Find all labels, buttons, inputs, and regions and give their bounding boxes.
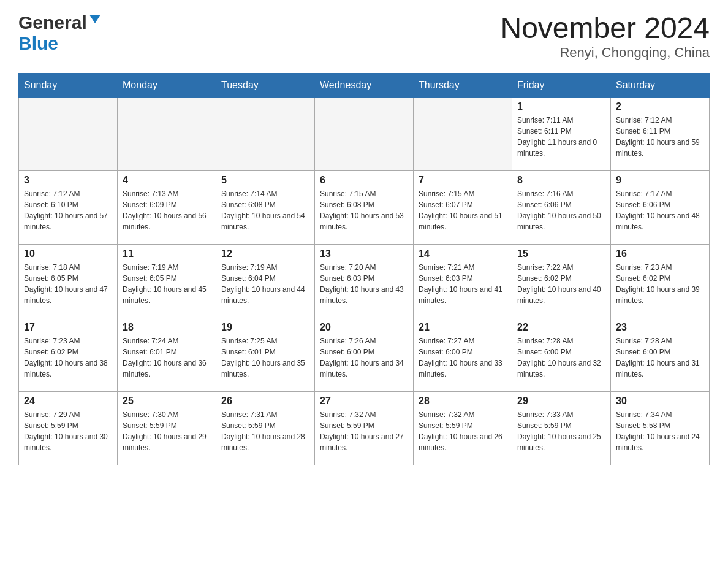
calendar-cell: 6Sunrise: 7:15 AM Sunset: 6:08 PM Daylig… — [315, 170, 414, 244]
calendar-cell: 9Sunrise: 7:17 AM Sunset: 6:06 PM Daylig… — [611, 170, 710, 244]
calendar-cell: 30Sunrise: 7:34 AM Sunset: 5:58 PM Dayli… — [611, 391, 710, 465]
day-number: 11 — [123, 248, 211, 259]
day-info: Sunrise: 7:12 AM Sunset: 6:10 PM Dayligh… — [24, 188, 112, 232]
calendar-cell — [19, 97, 118, 170]
calendar-cell: 24Sunrise: 7:29 AM Sunset: 5:59 PM Dayli… — [19, 391, 118, 465]
calendar-cell: 22Sunrise: 7:28 AM Sunset: 6:00 PM Dayli… — [512, 318, 611, 391]
svg-marker-0 — [89, 15, 100, 23]
calendar-cell: 11Sunrise: 7:19 AM Sunset: 6:05 PM Dayli… — [118, 244, 216, 318]
day-number: 21 — [419, 322, 507, 333]
calendar-cell: 14Sunrise: 7:21 AM Sunset: 6:03 PM Dayli… — [414, 244, 512, 318]
calendar-week-3: 10Sunrise: 7:18 AM Sunset: 6:05 PM Dayli… — [19, 244, 710, 318]
day-info: Sunrise: 7:28 AM Sunset: 6:00 PM Dayligh… — [616, 335, 704, 380]
day-info: Sunrise: 7:33 AM Sunset: 5:59 PM Dayligh… — [517, 409, 605, 453]
day-of-week-saturday: Saturday — [611, 73, 710, 97]
day-of-week-monday: Monday — [118, 73, 216, 97]
day-info: Sunrise: 7:13 AM Sunset: 6:09 PM Dayligh… — [123, 188, 211, 232]
calendar-cell: 16Sunrise: 7:23 AM Sunset: 6:02 PM Dayli… — [611, 244, 710, 318]
logo-arrow-icon — [89, 15, 100, 28]
calendar-cell: 20Sunrise: 7:26 AM Sunset: 6:00 PM Dayli… — [315, 318, 414, 391]
calendar-week-4: 17Sunrise: 7:23 AM Sunset: 6:02 PM Dayli… — [19, 318, 710, 391]
calendar-cell: 18Sunrise: 7:24 AM Sunset: 6:01 PM Dayli… — [118, 318, 216, 391]
day-info: Sunrise: 7:32 AM Sunset: 5:59 PM Dayligh… — [419, 409, 507, 453]
day-number: 6 — [320, 175, 408, 186]
calendar-body: 1Sunrise: 7:11 AM Sunset: 6:11 PM Daylig… — [19, 97, 710, 465]
day-number: 7 — [419, 175, 507, 186]
day-number: 19 — [221, 322, 309, 333]
day-info: Sunrise: 7:19 AM Sunset: 6:05 PM Dayligh… — [123, 262, 211, 306]
calendar-cell: 12Sunrise: 7:19 AM Sunset: 6:04 PM Dayli… — [216, 244, 315, 318]
logo-blue-text: Blue — [18, 33, 58, 53]
days-of-week-row: SundayMondayTuesdayWednesdayThursdayFrid… — [19, 73, 710, 97]
day-number: 18 — [123, 322, 211, 333]
calendar-cell: 7Sunrise: 7:15 AM Sunset: 6:07 PM Daylig… — [414, 170, 512, 244]
calendar-header: SundayMondayTuesdayWednesdayThursdayFrid… — [19, 73, 710, 97]
day-info: Sunrise: 7:23 AM Sunset: 6:02 PM Dayligh… — [24, 335, 112, 380]
day-number: 24 — [24, 396, 112, 407]
calendar-title: November 2024 — [500, 12, 710, 45]
day-number: 13 — [320, 248, 408, 259]
day-number: 9 — [616, 175, 704, 186]
day-of-week-tuesday: Tuesday — [216, 73, 315, 97]
day-number: 17 — [24, 322, 112, 333]
day-info: Sunrise: 7:19 AM Sunset: 6:04 PM Dayligh… — [221, 262, 309, 306]
calendar-cell — [118, 97, 216, 170]
day-number: 12 — [221, 248, 309, 259]
day-number: 27 — [320, 396, 408, 407]
day-number: 28 — [419, 396, 507, 407]
day-info: Sunrise: 7:27 AM Sunset: 6:00 PM Dayligh… — [419, 335, 507, 380]
day-info: Sunrise: 7:15 AM Sunset: 6:08 PM Dayligh… — [320, 188, 408, 232]
calendar-cell: 28Sunrise: 7:32 AM Sunset: 5:59 PM Dayli… — [414, 391, 512, 465]
calendar-cell — [414, 97, 512, 170]
day-info: Sunrise: 7:18 AM Sunset: 6:05 PM Dayligh… — [24, 262, 112, 306]
day-info: Sunrise: 7:14 AM Sunset: 6:08 PM Dayligh… — [221, 188, 309, 232]
day-info: Sunrise: 7:22 AM Sunset: 6:02 PM Dayligh… — [517, 262, 605, 306]
calendar-week-5: 24Sunrise: 7:29 AM Sunset: 5:59 PM Dayli… — [19, 391, 710, 465]
day-number: 10 — [24, 248, 112, 259]
calendar-cell: 4Sunrise: 7:13 AM Sunset: 6:09 PM Daylig… — [118, 170, 216, 244]
calendar-cell: 13Sunrise: 7:20 AM Sunset: 6:03 PM Dayli… — [315, 244, 414, 318]
calendar-cell: 29Sunrise: 7:33 AM Sunset: 5:59 PM Dayli… — [512, 391, 611, 465]
day-number: 22 — [517, 322, 605, 333]
day-info: Sunrise: 7:24 AM Sunset: 6:01 PM Dayligh… — [123, 335, 211, 380]
day-of-week-friday: Friday — [512, 73, 611, 97]
calendar-cell: 15Sunrise: 7:22 AM Sunset: 6:02 PM Dayli… — [512, 244, 611, 318]
calendar-week-1: 1Sunrise: 7:11 AM Sunset: 6:11 PM Daylig… — [19, 97, 710, 170]
day-info: Sunrise: 7:16 AM Sunset: 6:06 PM Dayligh… — [517, 188, 605, 232]
day-number: 29 — [517, 396, 605, 407]
calendar-cell: 2Sunrise: 7:12 AM Sunset: 6:11 PM Daylig… — [611, 97, 710, 170]
day-number: 14 — [419, 248, 507, 259]
logo: General Blue — [18, 12, 100, 54]
day-info: Sunrise: 7:26 AM Sunset: 6:00 PM Dayligh… — [320, 335, 408, 380]
calendar-cell: 5Sunrise: 7:14 AM Sunset: 6:08 PM Daylig… — [216, 170, 315, 244]
calendar-cell: 19Sunrise: 7:25 AM Sunset: 6:01 PM Dayli… — [216, 318, 315, 391]
calendar-cell: 26Sunrise: 7:31 AM Sunset: 5:59 PM Dayli… — [216, 391, 315, 465]
logo-general-text: General — [18, 12, 87, 33]
day-number: 8 — [517, 175, 605, 186]
day-info: Sunrise: 7:32 AM Sunset: 5:59 PM Dayligh… — [320, 409, 408, 453]
day-number: 5 — [221, 175, 309, 186]
title-section: November 2024 Renyi, Chongqing, China — [500, 12, 710, 61]
day-info: Sunrise: 7:21 AM Sunset: 6:03 PM Dayligh… — [419, 262, 507, 306]
day-number: 30 — [616, 396, 704, 407]
day-number: 16 — [616, 248, 704, 259]
calendar-cell — [315, 97, 414, 170]
calendar-cell: 27Sunrise: 7:32 AM Sunset: 5:59 PM Dayli… — [315, 391, 414, 465]
day-info: Sunrise: 7:34 AM Sunset: 5:58 PM Dayligh… — [616, 409, 704, 453]
day-info: Sunrise: 7:29 AM Sunset: 5:59 PM Dayligh… — [24, 409, 112, 453]
day-info: Sunrise: 7:17 AM Sunset: 6:06 PM Dayligh… — [616, 188, 704, 232]
day-info: Sunrise: 7:11 AM Sunset: 6:11 PM Dayligh… — [517, 115, 605, 159]
day-info: Sunrise: 7:25 AM Sunset: 6:01 PM Dayligh… — [221, 335, 309, 380]
calendar-cell: 3Sunrise: 7:12 AM Sunset: 6:10 PM Daylig… — [19, 170, 118, 244]
day-number: 20 — [320, 322, 408, 333]
day-info: Sunrise: 7:31 AM Sunset: 5:59 PM Dayligh… — [221, 409, 309, 453]
day-number: 4 — [123, 175, 211, 186]
calendar-cell — [216, 97, 315, 170]
page-header: General Blue November 2024 Renyi, Chongq… — [18, 12, 710, 61]
calendar-subtitle: Renyi, Chongqing, China — [500, 45, 710, 61]
day-of-week-wednesday: Wednesday — [315, 73, 414, 97]
day-info: Sunrise: 7:30 AM Sunset: 5:59 PM Dayligh… — [123, 409, 211, 453]
day-number: 26 — [221, 396, 309, 407]
calendar-cell: 8Sunrise: 7:16 AM Sunset: 6:06 PM Daylig… — [512, 170, 611, 244]
calendar-week-2: 3Sunrise: 7:12 AM Sunset: 6:10 PM Daylig… — [19, 170, 710, 244]
